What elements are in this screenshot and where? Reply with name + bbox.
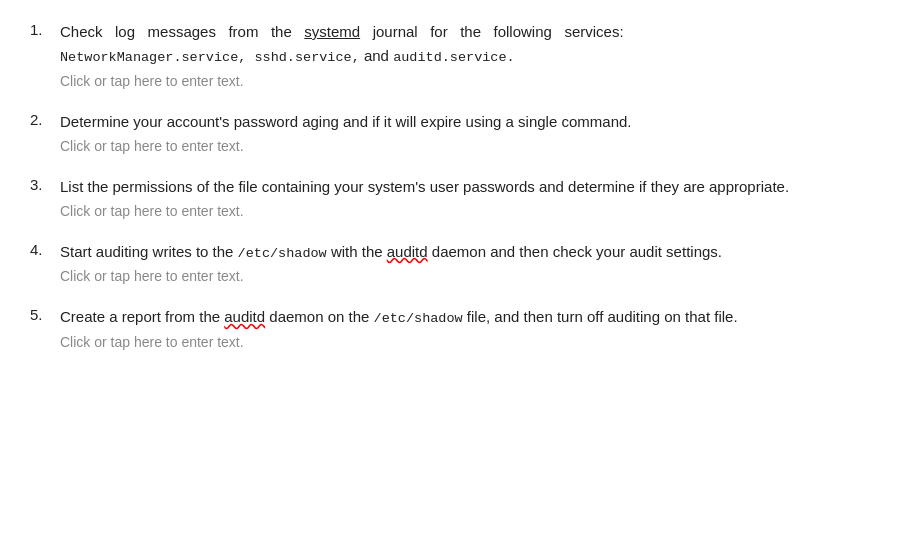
shadow-path-4: /etc/shadow bbox=[238, 246, 327, 261]
list-item: 3. List the permissions of the file cont… bbox=[30, 175, 877, 222]
item-number-1: 1. bbox=[30, 20, 60, 38]
item-content-2: Determine your account's password aging … bbox=[60, 110, 877, 157]
auditd-service: auditd.service. bbox=[393, 50, 515, 65]
systemd-link: systemd bbox=[304, 23, 360, 40]
placeholder-1[interactable]: Click or tap here to enter text. bbox=[60, 71, 877, 92]
item-content-1: Check log messages from the systemd jour… bbox=[60, 20, 877, 92]
item-content-5: Create a report from the auditd daemon o… bbox=[60, 305, 877, 353]
item-text-2: Determine your account's password aging … bbox=[60, 110, 877, 134]
placeholder-4[interactable]: Click or tap here to enter text. bbox=[60, 266, 877, 287]
list-item: 2. Determine your account's password agi… bbox=[30, 110, 877, 157]
placeholder-3[interactable]: Click or tap here to enter text. bbox=[60, 201, 877, 222]
service-list: NetworkManager.service, sshd.service, bbox=[60, 50, 360, 65]
placeholder-2[interactable]: Click or tap here to enter text. bbox=[60, 136, 877, 157]
item-number-4: 4. bbox=[30, 240, 60, 258]
list-item: 5. Create a report from the auditd daemo… bbox=[30, 305, 877, 353]
item-text-1: Check log messages from the systemd jour… bbox=[60, 20, 877, 69]
item-number-2: 2. bbox=[30, 110, 60, 128]
item-text-3: List the permissions of the file contain… bbox=[60, 175, 877, 199]
item-content-4: Start auditing writes to the /etc/shadow… bbox=[60, 240, 877, 288]
shadow-path-5: /etc/shadow bbox=[374, 311, 463, 326]
auditd-wavy-5: auditd bbox=[224, 308, 265, 325]
item-content-3: List the permissions of the file contain… bbox=[60, 175, 877, 222]
item-text-4: Start auditing writes to the /etc/shadow… bbox=[60, 240, 877, 265]
placeholder-5[interactable]: Click or tap here to enter text. bbox=[60, 332, 877, 353]
list-item: 4. Start auditing writes to the /etc/sha… bbox=[30, 240, 877, 288]
item-text-5: Create a report from the auditd daemon o… bbox=[60, 305, 877, 330]
item-number-3: 3. bbox=[30, 175, 60, 193]
auditd-wavy-4: auditd bbox=[387, 243, 428, 260]
list-item: 1. Check log messages from the systemd j… bbox=[30, 20, 877, 92]
item-number-5: 5. bbox=[30, 305, 60, 323]
